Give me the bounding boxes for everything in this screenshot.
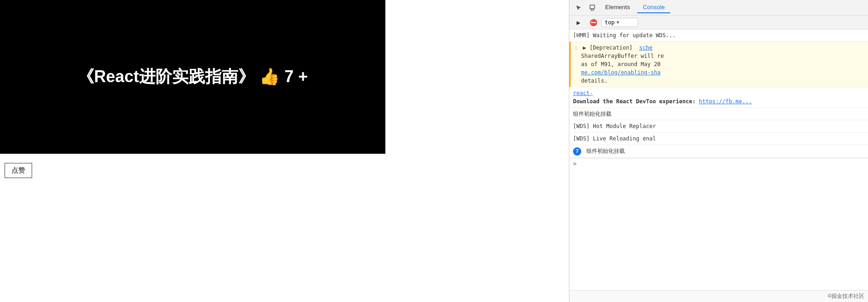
console-footer: ©掘金技术社区: [569, 290, 868, 302]
device-icon[interactable]: [587, 2, 598, 13]
tab-console[interactable]: Console: [637, 2, 670, 13]
cursor-icon[interactable]: [573, 2, 584, 13]
like-button[interactable]: 点赞: [5, 163, 32, 178]
deprecation-link2[interactable]: me.com/blog/enabling-sha: [581, 69, 660, 76]
footer-text: ©掘金技术社区: [828, 293, 864, 299]
devtools-header: Elements Console: [569, 0, 868, 16]
svg-rect-1: [591, 9, 594, 11]
svg-rect-0: [590, 5, 595, 9]
console-messages[interactable]: [HMR] Waiting for update WDS... ⚠ ▶ [Dep…: [569, 29, 868, 290]
console-message-deprecation: ⚠ ▶ [Deprecation] sche SharedArrayBuffer…: [569, 42, 868, 87]
deprecation-link[interactable]: sche: [639, 45, 652, 51]
prompt-line: >: [569, 158, 868, 169]
video-area: 《React进阶实践指南》 👍 7 +: [0, 0, 385, 154]
warning-icon: ⚠: [574, 45, 578, 51]
devtools-panel: Elements Console ▶ ⛔ top ▼ [HMR] Waiting…: [569, 0, 868, 302]
top-dropdown[interactable]: top ▼: [601, 18, 638, 27]
app-panel: 《React进阶实践指南》 👍 7 + 点赞: [0, 0, 569, 302]
console-message-react-devtools: react- Download the React DevToo experie…: [569, 87, 868, 108]
top-label: top: [605, 19, 615, 26]
console-message-hmr: [HMR] Waiting for update WDS...: [569, 29, 868, 42]
react-link[interactable]: react-: [573, 90, 593, 96]
console-message-wds-live: [WDS] Live Reloading enal: [569, 133, 868, 145]
prompt-chevron: >: [573, 160, 577, 167]
chevron-down-icon: ▼: [617, 20, 619, 25]
console-message-init1: 组件初始化挂载: [569, 108, 868, 120]
video-title: 《React进阶实践指南》 👍 7 +: [78, 66, 308, 88]
console-toolbar: ▶ ⛔ top ▼: [569, 16, 868, 29]
fb-link[interactable]: https://fb.me...: [699, 98, 752, 105]
like-button-area: 点赞: [0, 154, 569, 187]
run-icon[interactable]: ▶: [573, 17, 584, 28]
badge-7: 7: [573, 147, 581, 156]
console-message-wds-hmr: [WDS] Hot Module Replacer: [569, 120, 868, 133]
block-icon[interactable]: ⛔: [588, 17, 599, 28]
tab-elements[interactable]: Elements: [600, 2, 635, 13]
console-message-init-badge: 7 组件初始化挂载: [569, 145, 868, 158]
